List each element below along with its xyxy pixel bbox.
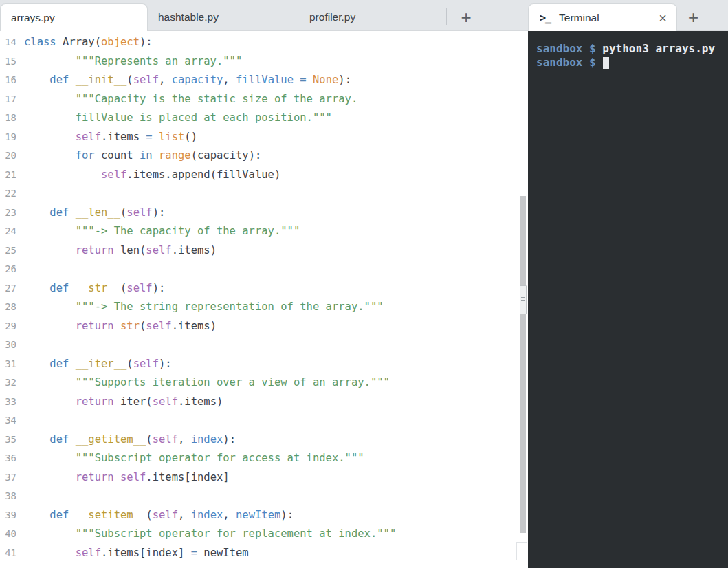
line-number: 31 [0, 355, 16, 374]
code-text: def __getitem__(self, index): [16, 430, 236, 450]
line-number: 30 [0, 336, 16, 355]
code-text: def __init__(self, capacity, fillValue =… [16, 71, 351, 90]
terminal-tab-strip: >_ Terminal × + [528, 0, 728, 30]
tab-bar: arrays.py hashtable.py profiler.py + >_ … [0, 0, 728, 31]
line-number: 15 [0, 52, 16, 72]
tab-terminal[interactable]: >_ Terminal × [528, 3, 677, 31]
code-editor[interactable]: 14class Array(object):15 """Represents a… [0, 31, 528, 568]
code-text: """Subscript operator for access at inde… [16, 449, 364, 468]
line-number: 36 [0, 449, 16, 468]
line-number: 37 [0, 468, 16, 488]
gutter-divider [21, 31, 21, 560]
plus-icon: + [461, 7, 471, 28]
line-number: 38 [0, 487, 16, 506]
app-window: arrays.py hashtable.py profiler.py + >_ … [0, 0, 728, 568]
code-text: return self.items[index] [16, 468, 230, 488]
line-number: 22 [0, 184, 16, 204]
line-number: 29 [0, 317, 16, 336]
line-number: 40 [0, 525, 16, 544]
code-line[interactable]: 19 self.items = list() [0, 128, 528, 147]
code-text: return iter(self.items) [16, 393, 223, 412]
code-line[interactable]: 27 def __str__(self): [0, 279, 528, 298]
code-text: """Supports iteration over a view of an … [16, 373, 390, 393]
plus-icon: + [688, 7, 698, 28]
code-line[interactable]: 39 def __setitem__(self, index, newItem)… [0, 506, 528, 525]
code-line[interactable]: 24 """-> The capacity of the array.""" [0, 222, 528, 241]
code-text: """Capacity is the static size of the ar… [16, 90, 357, 109]
tab-profiler-py[interactable]: profiler.py [300, 4, 446, 30]
code-text: """Represents an array.""" [16, 52, 242, 72]
tab-hashtable-py[interactable]: hashtable.py [148, 4, 300, 30]
terminal-command: python3 arrays.py [602, 42, 715, 55]
code-text: """-> The string representation of the a… [16, 298, 384, 317]
code-text: def __len__(self): [16, 204, 165, 223]
code-line[interactable]: 32 """Supports iteration over a view of … [0, 373, 528, 393]
code-line[interactable]: 29 return str(self.items) [0, 317, 528, 336]
new-file-tab-button[interactable]: + [447, 4, 485, 30]
editor-bottom-divider [0, 560, 520, 560]
code-line[interactable]: 14class Array(object): [0, 33, 528, 52]
editor-scrollbar-thumb[interactable] [520, 285, 527, 314]
line-number: 25 [0, 241, 16, 261]
code-line[interactable]: 33 return iter(self.items) [0, 393, 528, 412]
code-text: class Array(object): [16, 33, 153, 52]
line-number: 14 [0, 33, 16, 52]
code-text: fillValue is placed at each position.""" [16, 109, 332, 128]
terminal-content: sandbox $ python3 arrays.pysandbox $ [536, 42, 728, 69]
code-content: 14class Array(object):15 """Represents a… [0, 31, 528, 562]
close-terminal-button[interactable]: × [659, 11, 667, 25]
code-line[interactable]: 40 """Subscript operator for replacement… [0, 525, 528, 544]
tab-arrays-py[interactable]: arrays.py [0, 3, 148, 31]
code-line[interactable]: 17 """Capacity is the static size of the… [0, 90, 528, 109]
code-line[interactable]: 23 def __len__(self): [0, 204, 528, 223]
code-line[interactable]: 36 """Subscript operator for access at i… [0, 449, 528, 468]
tab-label: hashtable.py [158, 11, 219, 23]
terminal-line[interactable]: sandbox $ [536, 56, 728, 69]
line-number: 34 [0, 411, 16, 430]
code-line[interactable]: 35 def __getitem__(self, index): [0, 430, 528, 450]
terminal-prompt: sandbox $ [536, 56, 602, 69]
code-line[interactable]: 22 [0, 184, 528, 204]
code-line[interactable]: 37 return self.items[index] [0, 468, 528, 488]
terminal-prompt-icon: >_ [540, 12, 551, 24]
code-text: self.items.append(fillValue) [16, 166, 280, 185]
terminal-cursor [603, 57, 609, 69]
tab-label: arrays.py [11, 12, 55, 24]
line-number: 33 [0, 393, 16, 412]
scrollbar-corner [516, 542, 527, 560]
editor-vertical-scrollbar[interactable] [520, 196, 526, 533]
code-line[interactable]: 16 def __init__(self, capacity, fillValu… [0, 71, 528, 90]
code-text: return str(self.items) [16, 317, 217, 336]
line-number: 19 [0, 128, 16, 147]
code-line[interactable]: 25 return len(self.items) [0, 241, 528, 261]
code-line[interactable]: 15 """Represents an array.""" [0, 52, 528, 72]
code-line[interactable]: 28 """-> The string representation of th… [0, 298, 528, 317]
line-number: 23 [0, 204, 16, 223]
terminal-panel[interactable]: sandbox $ python3 arrays.pysandbox $ [528, 31, 728, 568]
code-line[interactable]: 38 [0, 487, 528, 506]
line-number: 27 [0, 279, 16, 298]
code-text: return len(self.items) [16, 241, 217, 261]
line-number: 21 [0, 166, 16, 185]
code-text: def __iter__(self): [16, 355, 172, 374]
new-terminal-tab-button[interactable]: + [677, 4, 728, 30]
code-line[interactable]: 18 fillValue is placed at each position.… [0, 109, 528, 128]
line-number: 39 [0, 506, 16, 525]
terminal-line[interactable]: sandbox $ python3 arrays.py [536, 42, 728, 56]
code-line[interactable]: 34 [0, 411, 528, 430]
line-number: 16 [0, 71, 16, 90]
line-number: 24 [0, 222, 16, 241]
line-number: 28 [0, 298, 16, 317]
code-line[interactable]: 30 [0, 336, 528, 355]
line-number: 20 [0, 146, 16, 166]
code-line[interactable]: 26 [0, 260, 528, 279]
code-line[interactable]: 20 for count in range(capacity): [0, 146, 528, 166]
tab-label: Terminal [559, 12, 599, 24]
code-text: def __str__(self): [16, 279, 165, 298]
code-line[interactable]: 31 def __iter__(self): [0, 355, 528, 374]
code-line[interactable]: 21 self.items.append(fillValue) [0, 166, 528, 185]
code-text: """Subscript operator for replacement at… [16, 525, 396, 544]
code-text: for count in range(capacity): [16, 146, 261, 166]
line-number: 18 [0, 109, 16, 128]
main-area: 14class Array(object):15 """Represents a… [0, 31, 728, 568]
